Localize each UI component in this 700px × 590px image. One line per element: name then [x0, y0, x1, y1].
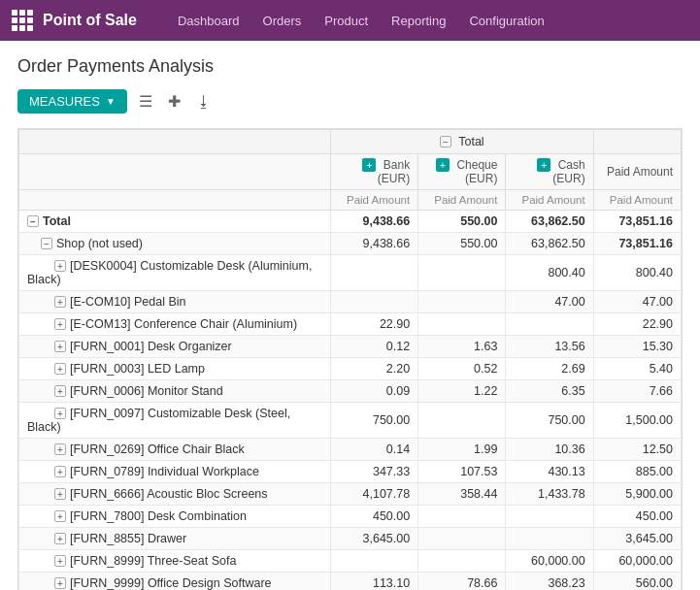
group-by-icon[interactable]: ✚ [164, 88, 184, 115]
expand-row-icon[interactable]: + [54, 408, 66, 419]
row-label: +[E-COM13] Conference Chair (Aluminium) [19, 313, 331, 336]
row-bank-amount: 22.90 [330, 313, 417, 336]
expand-row-icon[interactable]: + [54, 318, 66, 330]
nav-product[interactable]: Product [315, 10, 378, 32]
measures-button[interactable]: MEASURES ▼ [17, 89, 127, 114]
row-label: +[FURN_0006] Monitor Stand [19, 380, 331, 403]
row-cheque-amount: 1.63 [418, 336, 506, 358]
expand-row-icon[interactable]: + [54, 577, 66, 589]
row-label-text: [FURN_7800] Desk Combination [70, 509, 247, 523]
row-label: −Total [19, 211, 331, 233]
expand-row-icon[interactable]: + [54, 466, 66, 477]
row-cheque-amount [418, 255, 506, 291]
table-row: +[E-COM10] Pedal Bin47.0047.00 [19, 291, 682, 313]
row-label: +[FURN_0003] LED Lamp [19, 358, 331, 380]
row-total-amount: 3,645.00 [593, 528, 681, 550]
expand-row-icon[interactable]: + [54, 510, 66, 522]
row-cheque-amount: 550.00 [418, 233, 506, 255]
row-label: +[FURN_0097] Customizable Desk (Steel, B… [19, 403, 331, 439]
table-row: +[E-COM13] Conference Chair (Aluminium)2… [19, 313, 682, 336]
row-cheque-amount: 358.44 [418, 483, 506, 506]
row-total-amount: 450.00 [593, 506, 681, 528]
expand-row-icon[interactable]: + [54, 443, 66, 455]
row-label: +[FURN_0269] Office Chair Black [19, 439, 331, 461]
row-label-text: [FURN_0789] Individual Workplace [70, 465, 259, 478]
table-row: −Total9,438.66550.0063,862.5073,851.16 [19, 211, 682, 233]
table-row: +[FURN_7800] Desk Combination450.00450.0… [19, 506, 682, 528]
table-row: +[FURN_0097] Customizable Desk (Steel, B… [19, 403, 682, 439]
chevron-down-icon: ▼ [106, 96, 116, 107]
table-row: +[FURN_0269] Office Chair Black0.141.991… [19, 439, 682, 461]
header-total-paid: Paid Amount [593, 190, 681, 211]
table-row: +[FURN_6666] Acoustic Bloc Screens4,107.… [19, 483, 682, 506]
add-cash-col-icon[interactable]: + [537, 158, 550, 172]
header-paid-label-empty [19, 190, 331, 211]
row-cheque-amount: 107.53 [418, 461, 506, 483]
row-bank-amount: 450.00 [330, 506, 417, 528]
row-bank-amount: 347.33 [330, 461, 417, 483]
expand-row-icon[interactable]: + [54, 260, 66, 272]
row-cheque-amount: 1.99 [418, 439, 506, 461]
row-bank-amount [330, 550, 417, 573]
nav-reporting[interactable]: Reporting [382, 10, 455, 32]
table-row: +[FURN_0006] Monitor Stand0.091.226.357.… [19, 380, 682, 403]
nav-orders[interactable]: Orders [253, 10, 312, 32]
app-brand: Point of Sale [12, 10, 137, 31]
row-cash-amount: 368.23 [506, 573, 593, 591]
app-grid-icon[interactable] [12, 10, 33, 31]
nav-dashboard[interactable]: Dashboard [168, 10, 250, 32]
row-total-amount: 22.90 [593, 313, 681, 336]
topnav: Point of Sale Dashboard Orders Product R… [0, 0, 700, 41]
expand-row-icon[interactable]: + [54, 363, 66, 375]
expand-row-icon[interactable]: + [54, 341, 66, 352]
table-row: −Shop (not used)9,438.66550.0063,862.507… [19, 233, 682, 255]
row-bank-amount: 9,438.66 [330, 211, 417, 233]
table-row: +[FURN_8855] Drawer3,645.003,645.00 [19, 528, 682, 550]
row-label-text: Total [43, 214, 71, 228]
row-label-text: [FURN_6666] Acoustic Bloc Screens [70, 487, 268, 501]
row-total-amount: 73,851.16 [593, 211, 681, 233]
row-cheque-amount [418, 528, 506, 550]
row-total-amount: 60,000.00 [593, 550, 681, 573]
row-cash-amount [506, 528, 593, 550]
row-bank-amount: 113.10 [330, 573, 417, 591]
header-grand-total [593, 130, 681, 154]
row-cheque-amount: 1.22 [418, 380, 506, 403]
header-bank-col: + Bank (EUR) [330, 154, 417, 190]
collapse-total-icon[interactable]: − [440, 136, 451, 148]
row-cash-amount: 2.69 [506, 358, 593, 380]
table-row: +[FURN_0001] Desk Organizer0.121.6313.56… [19, 336, 682, 358]
row-cash-amount: 6.35 [506, 380, 593, 403]
expand-row-icon[interactable]: + [54, 385, 66, 397]
add-bank-col-icon[interactable]: + [362, 158, 376, 172]
expand-row-icon[interactable]: + [54, 555, 66, 567]
row-total-amount: 885.00 [593, 461, 681, 483]
table-row: +[FURN_8999] Three-Seat Sofa60,000.0060,… [19, 550, 682, 573]
expand-row-icon[interactable]: + [54, 488, 66, 500]
row-bank-amount: 4,107.78 [330, 483, 417, 506]
pivot-table: − Total + Bank (EUR) + Cheque (EUR) [17, 128, 683, 590]
table-body: −Total9,438.66550.0063,862.5073,851.16−S… [19, 211, 682, 591]
collapse-row-icon[interactable]: − [41, 238, 52, 249]
row-label-text: [E-COM13] Conference Chair (Aluminium) [70, 317, 297, 331]
add-cheque-col-icon[interactable]: + [436, 158, 450, 172]
row-label-text: [FURN_8999] Three-Seat Sofa [70, 554, 236, 568]
download-icon[interactable]: ⭳ [192, 89, 216, 115]
header-bank-paid: Paid Amount [330, 190, 417, 211]
row-total-amount: 560.00 [593, 573, 681, 591]
table-header-sub: + Bank (EUR) + Cheque (EUR) + Cash (EUR)… [19, 154, 682, 190]
collapse-row-icon[interactable]: − [27, 215, 39, 227]
row-label-text: [E-COM10] Pedal Bin [70, 295, 186, 309]
row-bank-amount: 0.12 [330, 336, 417, 358]
expand-row-icon[interactable]: + [54, 533, 66, 544]
row-label: +[FURN_9999] Office Design Software [19, 573, 331, 591]
header-cash-paid: Paid Amount [506, 190, 593, 211]
header-cash-col: + Cash (EUR) [506, 154, 593, 190]
row-cheque-amount: 78.66 [418, 573, 506, 591]
nav-menu: Dashboard Orders Product Reporting Confi… [168, 10, 554, 32]
row-bank-amount [330, 255, 417, 291]
filter-icon[interactable]: ☰ [135, 88, 156, 115]
row-bank-amount: 3,645.00 [330, 528, 417, 550]
expand-row-icon[interactable]: + [54, 296, 66, 308]
nav-configuration[interactable]: Configuration [459, 10, 553, 32]
